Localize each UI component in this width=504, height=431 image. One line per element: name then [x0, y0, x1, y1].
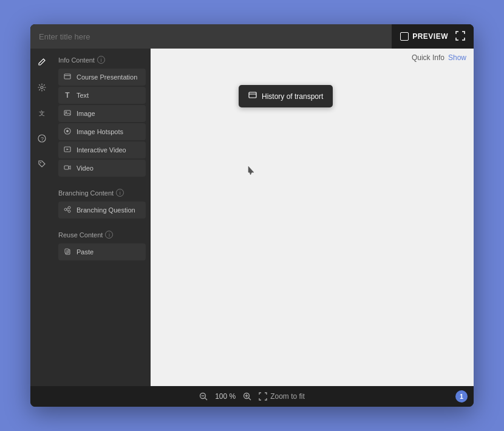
branching-question-icon — [63, 206, 72, 214]
image-icon — [63, 109, 72, 118]
canvas-node[interactable]: History of transport — [239, 85, 333, 107]
svg-marker-12 — [67, 149, 69, 151]
node-icon — [248, 91, 257, 101]
settings-sidebar-icon[interactable] — [35, 80, 49, 95]
svg-text:?: ? — [41, 136, 44, 142]
svg-line-27 — [205, 398, 208, 401]
edit-sidebar-icon[interactable] — [35, 55, 49, 69]
bottom-bar: 100 % Zoom to fit 1 — [30, 386, 474, 407]
paste-icon — [63, 248, 72, 256]
info-content-help-icon[interactable]: i — [97, 56, 105, 64]
svg-line-18 — [67, 209, 68, 211]
top-bar-actions: PREVIEW — [392, 24, 474, 49]
quick-info-label: Quick Info — [412, 53, 444, 62]
text-icon: T — [63, 91, 72, 100]
image-hotspots-item[interactable]: Image Hotspots — [58, 123, 146, 140]
image-hotspots-icon — [63, 127, 72, 136]
tag-sidebar-icon[interactable] — [35, 157, 49, 171]
svg-line-31 — [249, 398, 251, 401]
svg-point-14 — [64, 208, 67, 211]
zoom-controls: 100 % Zoom to fit — [199, 392, 305, 401]
canvas-area[interactable]: Quick Info Show History of transport — [151, 49, 474, 386]
course-presentation-icon — [63, 73, 72, 81]
video-item[interactable]: Video — [58, 160, 146, 177]
zoom-fit-label: Zoom to fit — [270, 392, 305, 401]
fullscreen-icon[interactable] — [455, 31, 465, 42]
branching-content-help-icon[interactable]: i — [116, 189, 124, 197]
svg-point-15 — [68, 206, 70, 209]
svg-point-4 — [40, 162, 41, 163]
preview-button[interactable]: PREVIEW — [400, 32, 448, 41]
svg-rect-23 — [249, 92, 256, 98]
notification-badge[interactable]: 1 — [455, 390, 468, 402]
quick-info-panel: Quick Info Show — [412, 53, 466, 62]
reuse-content-title: Reuse Content i — [58, 231, 146, 239]
translate-sidebar-icon[interactable]: 文 — [35, 106, 49, 120]
svg-point-16 — [68, 210, 70, 212]
panel-sidebar: Info Content i Course Presentation T Tex… — [53, 49, 151, 386]
zoom-fit-button[interactable]: Zoom to fit — [259, 392, 305, 401]
icon-sidebar: 文 ? — [30, 49, 53, 386]
svg-rect-5 — [64, 74, 70, 79]
svg-point-0 — [41, 86, 43, 89]
reuse-content-section: Reuse Content i Paste — [58, 231, 146, 260]
cursor — [248, 166, 253, 171]
interactive-video-item[interactable]: Interactive Video — [58, 141, 146, 158]
zoom-in-button[interactable] — [243, 392, 251, 401]
zoom-level: 100 % — [215, 392, 236, 401]
branching-content-title: Branching Content i — [58, 189, 146, 197]
info-content-section: Info Content i Course Presentation T Tex… — [58, 56, 146, 177]
paste-item[interactable]: Paste — [58, 243, 146, 260]
svg-line-17 — [67, 208, 68, 209]
branching-content-section: Branching Content i Branching Question — [58, 189, 146, 219]
svg-text:文: 文 — [39, 110, 45, 117]
canvas-node-label: History of transport — [262, 92, 323, 101]
title-input[interactable] — [30, 24, 392, 49]
help-sidebar-icon[interactable]: ? — [35, 131, 49, 146]
main-content: 文 ? Info Content — [30, 49, 474, 386]
preview-icon — [400, 32, 409, 41]
app-window: PREVIEW — [30, 24, 474, 407]
svg-point-10 — [66, 130, 69, 132]
branching-question-item[interactable]: Branching Question — [58, 202, 146, 219]
reuse-content-help-icon[interactable]: i — [105, 231, 113, 239]
course-presentation-item[interactable]: Course Presentation — [58, 69, 146, 86]
svg-rect-13 — [64, 166, 69, 169]
interactive-video-icon — [63, 146, 72, 154]
svg-rect-7 — [64, 110, 70, 115]
preview-label: PREVIEW — [412, 32, 448, 41]
zoom-out-button[interactable] — [199, 392, 208, 401]
top-bar: PREVIEW — [30, 24, 474, 49]
video-icon — [63, 164, 72, 172]
image-item[interactable]: Image — [58, 105, 146, 122]
info-content-title: Info Content i — [58, 56, 146, 64]
text-item[interactable]: T Text — [58, 87, 146, 104]
quick-info-show-button[interactable]: Show — [448, 53, 466, 62]
